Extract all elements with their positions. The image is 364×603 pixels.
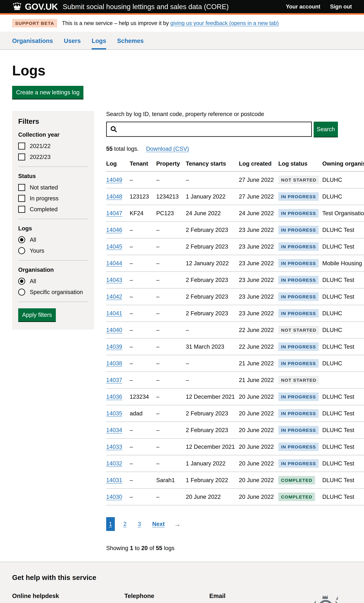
pagination-page-1[interactable]: 1 bbox=[106, 517, 115, 531]
feedback-link[interactable]: giving us your feedback (opens in a new … bbox=[170, 20, 279, 26]
showing-from: 1 bbox=[130, 545, 133, 551]
status-cell: IN PROGRESS bbox=[278, 459, 322, 468]
property-cell: – bbox=[156, 394, 186, 400]
showing-prefix: Showing bbox=[106, 545, 128, 551]
log-link[interactable]: 14044 bbox=[106, 260, 122, 267]
checkbox-control[interactable] bbox=[18, 184, 25, 191]
nav-item-users[interactable]: Users bbox=[64, 37, 81, 49]
log-link[interactable]: 14031 bbox=[106, 477, 122, 483]
log-link[interactable]: 14035 bbox=[106, 410, 122, 417]
radio-all[interactable]: All bbox=[18, 236, 88, 243]
option-label: All bbox=[30, 237, 36, 243]
tenant-cell: – bbox=[130, 444, 156, 450]
pagination-page-3[interactable]: 3 bbox=[135, 517, 144, 531]
radio-specific-organisation[interactable]: Specific organisation bbox=[18, 289, 88, 296]
log-created-cell: 20 June 2022 bbox=[239, 410, 278, 417]
radio-control[interactable] bbox=[18, 247, 25, 254]
log-created-cell: 20 June 2022 bbox=[239, 477, 278, 484]
log-created-cell: 20 June 2022 bbox=[239, 460, 278, 467]
nav-item-logs[interactable]: Logs bbox=[92, 37, 106, 49]
owning-org-cell: DLUHC Test bbox=[322, 444, 364, 450]
property-cell: – bbox=[156, 310, 186, 317]
radio-control[interactable] bbox=[18, 236, 25, 243]
checkbox-in-progress[interactable]: In progress bbox=[18, 195, 88, 202]
tenancy-starts-cell: – bbox=[186, 327, 239, 333]
tenancy-starts-cell: 31 March 2023 bbox=[186, 344, 239, 350]
tenant-cell: – bbox=[130, 377, 156, 383]
log-created-cell: 27 June 2022 bbox=[239, 177, 278, 183]
log-link[interactable]: 14036 bbox=[106, 394, 122, 400]
search-input[interactable] bbox=[106, 122, 312, 137]
radio-yours[interactable]: Yours bbox=[18, 247, 88, 254]
log-id-cell: 14039 bbox=[106, 344, 130, 350]
phase-banner-message: This is a new service – help us improve … bbox=[62, 20, 169, 26]
checkbox-completed[interactable]: Completed bbox=[18, 206, 88, 213]
table-row: 14036123234–12 December 202120 June 2022… bbox=[106, 389, 364, 405]
tenant-cell: – bbox=[130, 244, 156, 250]
checkbox-control[interactable] bbox=[18, 153, 25, 161]
radio-control[interactable] bbox=[18, 278, 25, 285]
log-link[interactable]: 14049 bbox=[106, 177, 122, 183]
pagination-next-link[interactable]: Next bbox=[149, 517, 167, 531]
filters-panel: Filters Collection year2021/222022/23Sta… bbox=[12, 111, 94, 330]
status-cell: NOT STARTED bbox=[278, 376, 322, 384]
log-created-cell: 23 June 2022 bbox=[239, 277, 278, 283]
log-created-cell: 21 June 2022 bbox=[239, 360, 278, 367]
status-cell: IN PROGRESS bbox=[278, 426, 322, 434]
log-link[interactable]: 14043 bbox=[106, 277, 122, 283]
log-id-cell: 14034 bbox=[106, 427, 130, 433]
tenancy-starts-cell: – bbox=[186, 377, 239, 383]
search-button[interactable]: Search bbox=[314, 122, 338, 137]
log-link[interactable]: 14045 bbox=[106, 244, 122, 250]
checkbox-control[interactable] bbox=[18, 195, 25, 202]
log-link[interactable]: 14039 bbox=[106, 344, 122, 350]
property-cell: – bbox=[156, 244, 186, 250]
tenant-cell: – bbox=[130, 427, 156, 433]
your-account-link[interactable]: Your account bbox=[286, 3, 320, 10]
owning-org-cell: DLUHC Test bbox=[322, 344, 364, 350]
log-link[interactable]: 14038 bbox=[106, 360, 122, 367]
status-badge: IN PROGRESS bbox=[278, 342, 319, 351]
log-id-cell: 14037 bbox=[106, 377, 130, 383]
govuk-logo-link[interactable]: GOV.UK bbox=[12, 1, 58, 12]
tenant-cell: KF24 bbox=[130, 210, 156, 217]
create-lettings-log-button[interactable]: Create a new lettings log bbox=[12, 86, 83, 99]
log-link[interactable]: 14048 bbox=[106, 193, 122, 200]
log-link[interactable]: 14033 bbox=[106, 444, 122, 450]
logs-table-body: 14049–––27 June 2022NOT STARTEDDLUHC1404… bbox=[106, 172, 364, 505]
nav-item-organisations[interactable]: Organisations bbox=[12, 37, 53, 49]
sign-out-link[interactable]: Sign out bbox=[330, 3, 352, 10]
checkbox-control[interactable] bbox=[18, 206, 25, 213]
checkbox-not-started[interactable]: Not started bbox=[18, 184, 88, 191]
log-link[interactable]: 14047 bbox=[106, 210, 122, 216]
log-link[interactable]: 14040 bbox=[106, 327, 122, 333]
filter-group-status: StatusNot startedIn progressCompleted bbox=[18, 173, 88, 213]
pagination-page-2[interactable]: 2 bbox=[121, 517, 129, 531]
owning-org-cell: DLUHC bbox=[322, 310, 364, 317]
nav-item-schemes[interactable]: Schemes bbox=[117, 37, 144, 49]
checkbox-2021-22[interactable]: 2021/22 bbox=[18, 143, 88, 150]
log-link[interactable]: 14030 bbox=[106, 494, 122, 500]
tenant-cell: adad bbox=[130, 410, 156, 417]
status-cell: IN PROGRESS bbox=[278, 259, 322, 267]
primary-nav-items: OrganisationsUsersLogsSchemes bbox=[0, 32, 364, 49]
log-link[interactable]: 14042 bbox=[106, 293, 122, 300]
log-link[interactable]: 14032 bbox=[106, 460, 122, 467]
table-row: 14031–Sarah11 February 202220 June 2022C… bbox=[106, 472, 364, 489]
checkbox-control[interactable] bbox=[18, 143, 25, 150]
log-link[interactable]: 14034 bbox=[106, 427, 122, 433]
checkbox-2022-23[interactable]: 2022/23 bbox=[18, 153, 88, 161]
log-id-cell: 14045 bbox=[106, 244, 130, 250]
log-link[interactable]: 14037 bbox=[106, 377, 122, 383]
option-label: All bbox=[30, 278, 36, 285]
tenancy-starts-cell: 2 February 2023 bbox=[186, 293, 239, 300]
log-link[interactable]: 14041 bbox=[106, 310, 122, 316]
service-name-link[interactable]: Submit social housing lettings and sales… bbox=[63, 3, 229, 11]
apply-filters-button[interactable]: Apply filters bbox=[18, 308, 56, 321]
radio-all[interactable]: All bbox=[18, 278, 88, 285]
option-label: 2022/23 bbox=[30, 154, 50, 160]
radio-control[interactable] bbox=[18, 289, 25, 296]
log-link[interactable]: 14046 bbox=[106, 227, 122, 233]
download-csv-link[interactable]: Download (CSV) bbox=[146, 146, 189, 152]
tenancy-starts-cell: 20 June 2022 bbox=[186, 494, 239, 500]
